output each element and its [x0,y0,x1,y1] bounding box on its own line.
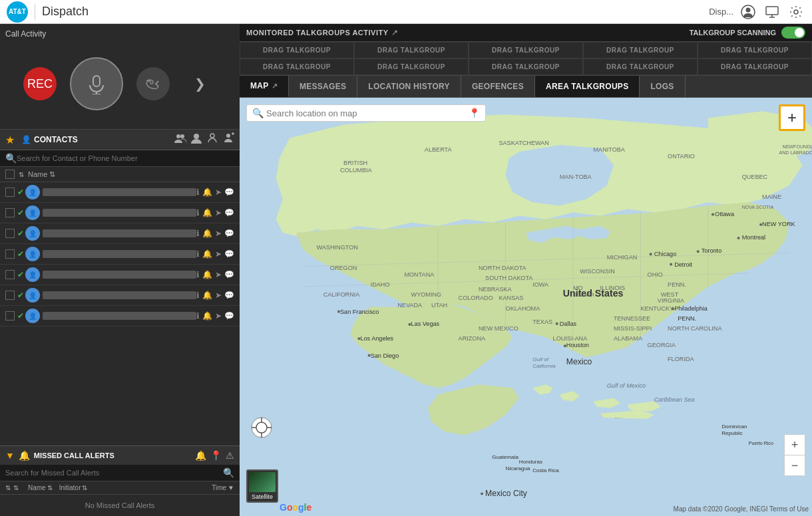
chat-icon[interactable]: 💬 [224,291,234,300]
disp-label: Disp... [709,7,733,17]
alert-icon[interactable]: 🔔 [202,188,212,197]
settings-icon-btn[interactable] [787,3,805,21]
alert-icon[interactable]: 🔔 [202,208,212,217]
alert-icon[interactable]: 🔔 [202,270,212,279]
name-sort-icon[interactable]: ⇅ [49,170,55,179]
zoom-out-button[interactable]: − [785,455,805,475]
mic-button[interactable] [70,57,123,110]
user2-tab-icon[interactable] [206,132,218,147]
bell-filter-icon[interactable]: 🔔 [195,450,206,461]
end-call-button[interactable] [136,67,170,100]
tab-area-talkgroups[interactable]: AREA TALKGROUPS [535,76,640,97]
tab-map[interactable]: MAP ↗ [240,76,289,97]
user-icon-btn[interactable] [739,3,757,21]
info-icon[interactable]: ℹ [196,270,200,279]
tg-drag-cell[interactable]: DRAG TALKGROUP [240,42,354,59]
alert-icon[interactable]: 🔔 [202,311,212,321]
missed-alerts-search-input[interactable] [5,469,223,477]
sort-col[interactable]: ⇅⇅ [5,484,19,491]
tab-location-history[interactable]: LOCATION HISTORY [357,76,461,97]
map-ext-icon[interactable]: ↗ [272,82,278,90]
info-icon[interactable]: ℹ [196,208,200,217]
external-link-icon[interactable]: ↗ [391,28,398,37]
tg-drag-cell[interactable]: DRAG TALKGROUP [354,59,469,75]
satellite-toggle-button[interactable]: Satellite [246,469,278,503]
contacts-search-input[interactable] [17,154,234,162]
tg-drag-cell[interactable]: DRAG TALKGROUP [698,59,812,75]
chat-icon[interactable]: 💬 [224,311,234,321]
row-checkbox[interactable] [5,291,15,300]
tg-drag-cell[interactable]: DRAG TALKGROUP [698,42,812,59]
svg-rect-2 [766,7,778,15]
map-pin-icon[interactable]: 📍 [469,108,480,118]
send-icon[interactable]: ➤ [215,291,222,300]
chat-icon[interactable]: 💬 [224,249,234,259]
chat-icon[interactable]: 💬 [224,229,234,238]
info-icon[interactable]: ℹ [196,291,200,300]
tg-drag-cell[interactable]: DRAG TALKGROUP [469,59,583,75]
contacts-tab[interactable]: 👤 CONTACTS [17,134,82,146]
send-icon[interactable]: ➤ [215,249,222,259]
main-layout: Call Activity REC [0,24,812,516]
alert-icon[interactable]: 🔔 [202,291,212,300]
row-checkbox[interactable] [5,311,15,321]
user-tab-icon[interactable] [190,132,202,147]
sort-icons[interactable]: ⇅ [19,171,24,178]
initiator-col[interactable]: Initiator⇅ [59,484,206,491]
tg-scanning-toggle[interactable] [781,27,805,39]
tg-drag-cell[interactable]: DRAG TALKGROUP [583,42,698,59]
map-search-input[interactable] [266,108,466,118]
send-icon[interactable]: ➤ [215,208,222,217]
row-checkbox[interactable] [5,208,15,217]
select-all-checkbox[interactable] [5,170,15,179]
tg-drag-cell[interactable]: DRAG TALKGROUP [354,42,469,59]
tab-messages[interactable]: MESSAGES [289,76,357,97]
row-checkbox[interactable] [5,229,15,238]
info-icon[interactable]: ℹ [196,188,200,197]
chat-icon[interactable]: 💬 [224,208,234,217]
chat-icon[interactable]: 💬 [224,270,234,279]
zoom-controls: + − [784,434,805,476]
send-icon[interactable]: ➤ [215,229,222,238]
map-add-button[interactable]: + [779,104,805,131]
tab-geofences[interactable]: GEOFENCES [461,76,535,97]
tg-drag-cell[interactable]: DRAG TALKGROUP [583,59,698,75]
crosshair-button[interactable] [250,416,274,440]
chat-icon[interactable]: 💬 [224,188,234,197]
time-sort-icon[interactable]: ▼ [228,484,234,491]
avatar: 👤 [25,185,40,199]
info-icon[interactable]: ℹ [196,249,200,259]
row-checkbox[interactable] [5,270,15,279]
tg-drag-cell[interactable]: DRAG TALKGROUP [469,42,583,59]
name-col[interactable]: Name⇅ [28,484,53,491]
monitor-icon-btn[interactable] [763,3,781,21]
group-tab-icon[interactable] [174,132,186,147]
initiator-sort-icon[interactable]: ⇅ [82,484,87,491]
name-sort-icon[interactable]: ⇅ [47,484,53,491]
favorites-star-icon[interactable]: ★ [5,134,15,146]
tg-drag-cell[interactable]: DRAG TALKGROUP [240,59,354,75]
zoom-in-button[interactable]: + [785,435,805,455]
send-icon[interactable]: ➤ [215,311,222,321]
info-icon[interactable]: ℹ [196,311,200,321]
user3-tab-icon[interactable] [222,132,234,147]
tab-logs[interactable]: LOGS [640,76,685,97]
svg-point-25 [670,263,672,266]
svg-text:Ottawa: Ottawa [715,211,735,217]
alert-filter-icon[interactable]: ⚠ [226,450,234,461]
time-col[interactable]: Time▼ [212,484,234,491]
send-icon[interactable]: ➤ [215,188,222,197]
alert-icon[interactable]: 🔔 [202,229,212,238]
tab-logs-label: LOGS [650,82,674,91]
alert-icon[interactable]: 🔔 [202,249,212,259]
row-checkbox[interactable] [5,249,15,259]
record-button[interactable]: REC [23,67,57,100]
pin-filter-icon[interactable]: 📍 [210,450,222,461]
info-icon[interactable]: ℹ [196,229,200,238]
row-checkbox[interactable] [5,188,15,197]
online-status-icon: ✔ [17,270,24,279]
map-search-icon[interactable]: 🔍 [252,108,264,118]
send-icon[interactable]: ➤ [215,270,222,279]
expand-button[interactable]: ❯ [183,67,216,100]
missed-alerts-chevron-icon[interactable]: ▼ [5,450,15,461]
